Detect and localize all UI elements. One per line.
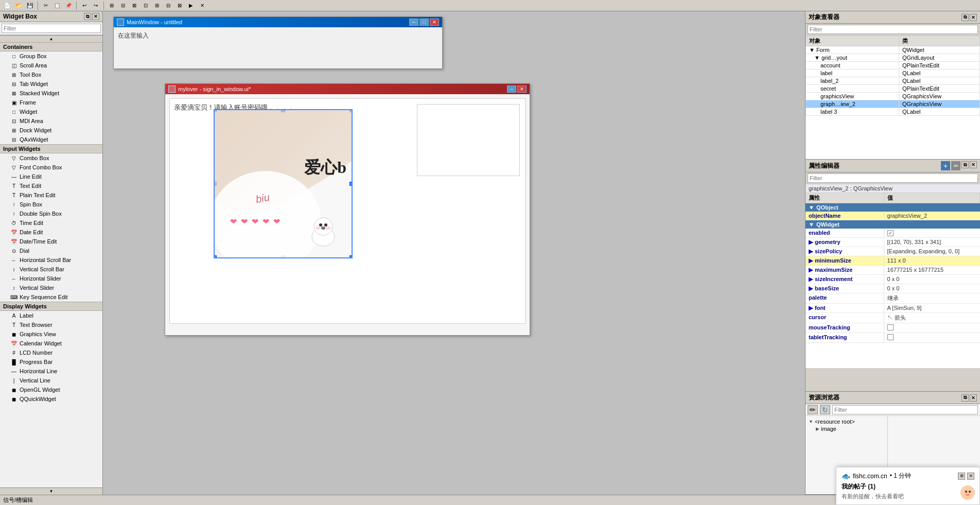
- widget-item-widget[interactable]: □ Widget: [0, 107, 102, 116]
- obj-inspector-float-btn[interactable]: ⧉: [961, 14, 969, 21]
- mousetracking-checkbox[interactable]: [887, 324, 894, 330]
- prop-editor-close-btn[interactable]: ✕: [970, 161, 977, 168]
- widget-item-key-seq-edit[interactable]: ⌨ Key Sequence Edit: [0, 292, 102, 302]
- widget-section-display[interactable]: Display Widgets: [0, 302, 102, 311]
- prop-row-basesize[interactable]: ▶baseSize 0 x 0: [806, 284, 980, 293]
- widget-item-datetime-edit[interactable]: 📅 Date/Time Edit: [0, 237, 102, 246]
- resource-close-btn[interactable]: ✕: [970, 394, 977, 402]
- notification-close-btn[interactable]: ✕: [967, 473, 974, 480]
- property-add-btn[interactable]: +: [941, 161, 950, 170]
- obj-inspector-close-btn[interactable]: ✕: [970, 14, 977, 21]
- table-row[interactable]: label_2 QLabel: [806, 77, 980, 85]
- widget-item-dock-widget[interactable]: ⊞ Dock Widget: [0, 126, 102, 135]
- property-edit-btn[interactable]: ✏: [951, 161, 960, 170]
- widget-item-group-box[interactable]: □ Group Box: [0, 51, 102, 61]
- toolbar-copy[interactable]: 📋: [52, 1, 62, 10]
- property-editor-filter-input[interactable]: [808, 173, 978, 183]
- prop-editor-float-btn[interactable]: ⧉: [961, 161, 969, 168]
- widget-item-h-scroll-bar[interactable]: ← Horizontal Scroll Bar: [0, 255, 102, 265]
- prop-row-sizeincrement[interactable]: ▶sizeIncrement 0 x 0: [806, 275, 980, 284]
- table-row[interactable]: label 3 QLabel: [806, 108, 980, 116]
- resource-filter-input[interactable]: [832, 405, 978, 414]
- toolbar-redo[interactable]: ↪: [91, 1, 101, 10]
- widget-item-calendar[interactable]: 📅 Calendar Widget: [0, 339, 102, 348]
- widget-item-opengl[interactable]: ◼ OpenGL Widget: [0, 385, 102, 394]
- table-row[interactable]: graph…iew_2 QGraphicsView: [806, 100, 980, 108]
- notification-settings-btn[interactable]: ⚙: [958, 473, 965, 480]
- widget-item-text-edit[interactable]: T Text Edit: [0, 181, 102, 190]
- widget-item-stacked-widget[interactable]: ⊠ Stacked Widget: [0, 89, 102, 98]
- widget-box-filter-input[interactable]: [2, 24, 101, 33]
- widget-list-scroll-down[interactable]: ▼: [0, 487, 102, 495]
- graphics-view-widget[interactable]: 爱心b biu ❤ ❤ ❤ ❤ ❤: [214, 109, 353, 258]
- widget-item-h-line[interactable]: — Horizontal Line: [0, 367, 102, 376]
- widget-item-font-combo-box[interactable]: ▽ Font Combo Box: [0, 163, 102, 172]
- prop-row-mousetracking[interactable]: mouseTracking: [806, 323, 980, 333]
- resource-tree-item-image[interactable]: ▶ image: [808, 425, 885, 432]
- widget-item-qaxwidget[interactable]: ⊟ QAxWidget: [0, 135, 102, 144]
- widget-item-v-line[interactable]: | Vertical Line: [0, 376, 102, 385]
- table-row[interactable]: secret QPlainTextEdit: [806, 85, 980, 93]
- prop-row-objectname[interactable]: objectName graphicsView_2: [806, 212, 980, 220]
- toolbar-delete[interactable]: ✕: [197, 1, 207, 10]
- widget-item-qquick[interactable]: ◼ QQuickWidget: [0, 394, 102, 404]
- widget-item-v-scroll-bar[interactable]: ↕ Vertical Scroll Bar: [0, 265, 102, 274]
- widget-item-double-spin-box[interactable]: ↑ Double Spin Box: [0, 209, 102, 218]
- widget-section-containers[interactable]: Containers: [0, 42, 102, 51]
- widget-item-progress-bar[interactable]: █ Progress Bar: [0, 357, 102, 367]
- widget-item-dial[interactable]: ⊙ Dial: [0, 246, 102, 255]
- enabled-checkbox[interactable]: [887, 230, 894, 236]
- widget-item-spin-box[interactable]: ↑ Spin Box: [0, 200, 102, 209]
- widget-item-tab-widget[interactable]: ⊟ Tab Widget: [0, 79, 102, 89]
- widget-item-frame[interactable]: ▣ Frame: [0, 98, 102, 107]
- widget-item-scroll-area[interactable]: ◫ Scroll Area: [0, 61, 102, 70]
- main-window-close[interactable]: ✕: [430, 19, 439, 26]
- prop-row-minsize[interactable]: ▶minimumSize 111 x 0: [806, 256, 980, 266]
- toolbar-layout7[interactable]: ⊠: [174, 1, 185, 10]
- widget-item-tool-box[interactable]: ⊞ Tool Box: [0, 70, 102, 79]
- resource-tree-item-root[interactable]: ▼ <resource root>: [808, 418, 885, 425]
- widget-list-scroll-up[interactable]: ▲: [0, 35, 102, 42]
- prop-row-sizepolicy[interactable]: ▶sizePolicy [Expanding, Expanding, 0, 0]: [806, 247, 980, 256]
- prop-row-font[interactable]: ▶font A [SimSun, 9]: [806, 304, 980, 313]
- toolbar-layout6[interactable]: ⊟: [163, 1, 173, 10]
- main-window-minimize[interactable]: ─: [409, 19, 418, 26]
- widget-item-h-slider[interactable]: ← Horizontal Slider: [0, 274, 102, 283]
- toolbar-layout1[interactable]: ⊞: [107, 1, 117, 10]
- widget-section-input[interactable]: Input Widgets: [0, 144, 102, 153]
- prop-row-maxsize[interactable]: ▶maximumSize 16777215 x 16777215: [806, 266, 980, 275]
- toolbar-save[interactable]: 💾: [25, 1, 35, 10]
- widget-item-plain-text-edit[interactable]: T Plain Text Edit: [0, 190, 102, 200]
- widget-item-graphics-view[interactable]: ◼ Graphics View: [0, 329, 102, 339]
- widget-item-mdi-area[interactable]: ⊡ MDI Area: [0, 116, 102, 126]
- widget-box-close-btn[interactable]: ✕: [92, 13, 99, 20]
- table-row[interactable]: ▼grid…yout QGridLayout: [806, 54, 980, 62]
- widget-item-line-edit[interactable]: — Line Edit: [0, 172, 102, 181]
- prop-row-geometry[interactable]: ▶geometry [(120, 70), 331 x 341]: [806, 238, 980, 247]
- table-row[interactable]: label QLabel: [806, 69, 980, 77]
- toolbar-layout4[interactable]: ⊡: [141, 1, 151, 10]
- table-row[interactable]: ▼Form QWidget: [806, 46, 980, 54]
- toolbar-preview[interactable]: ▶: [186, 1, 196, 10]
- toolbar-layout2[interactable]: ⊟: [118, 1, 128, 10]
- toolbar-undo[interactable]: ↩: [79, 1, 90, 10]
- widget-box-float-btn[interactable]: ⧉: [84, 13, 91, 20]
- resource-float-btn[interactable]: ⧉: [961, 394, 969, 402]
- resource-reload-btn[interactable]: ↻: [820, 405, 830, 414]
- toolbar-layout5[interactable]: ⊞: [152, 1, 162, 10]
- resource-edit-btn[interactable]: ✏: [808, 405, 818, 414]
- widget-item-label[interactable]: A Label: [0, 311, 102, 320]
- toolbar-layout3[interactable]: ⊠: [129, 1, 139, 10]
- widget-item-time-edit[interactable]: ⏱ Time Edit: [0, 218, 102, 228]
- widget-item-v-slider[interactable]: ↕ Vertical Slider: [0, 283, 102, 292]
- toolbar-open[interactable]: 📂: [13, 1, 24, 10]
- toolbar-paste[interactable]: 📌: [63, 1, 74, 10]
- main-window-maximize[interactable]: □: [419, 19, 429, 26]
- object-inspector-filter-input[interactable]: [808, 25, 978, 34]
- prop-row-palette[interactable]: palette 继承: [806, 293, 980, 304]
- toolbar-cut[interactable]: ✂: [41, 1, 51, 10]
- table-row[interactable]: graphicsView QGraphicsView: [806, 93, 980, 100]
- prop-row-enabled[interactable]: enabled: [806, 229, 980, 238]
- tablettracking-checkbox[interactable]: [887, 334, 894, 340]
- toolbar-new[interactable]: 📄: [2, 1, 12, 10]
